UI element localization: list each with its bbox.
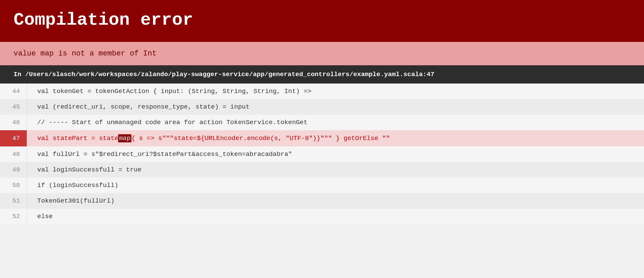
- code-line-47: 47 val statePart = state map { s => s"""…: [0, 130, 644, 146]
- code-line-50: 50 if (loginSuccessfull): [0, 178, 644, 193]
- line-content: if (loginSuccessfull): [27, 178, 644, 193]
- code-line-44: 44 val tokenGet = tokenGetAction { input…: [0, 84, 644, 99]
- error-message-bar: value map is not a member of Int: [0, 42, 644, 65]
- line-content: val tokenGet = tokenGetAction { input: (…: [27, 84, 644, 99]
- code-line-45: 45 val (redirect_uri, scope, response_ty…: [0, 99, 644, 115]
- code-line-49: 49 val loginSuccessfull = true: [0, 162, 644, 178]
- line-number: 52: [0, 209, 27, 224]
- code-line-48: 48 val fullUrl = s"$redirect_uri?$stateP…: [0, 146, 644, 162]
- error-header: Compilation error: [0, 0, 644, 42]
- line-content: // ----- Start of unmanaged code area fo…: [27, 115, 644, 130]
- error-message-text: value map is not a member of Int: [14, 49, 156, 58]
- line-number: 45: [0, 99, 27, 115]
- code-line-46: 46 // ----- Start of unmanaged code area…: [0, 115, 644, 130]
- line-number: 48: [0, 146, 27, 162]
- code-block: 44 val tokenGet = tokenGetAction { input…: [0, 84, 644, 224]
- line-content: val fullUrl = s"$redirect_uri?$statePart…: [27, 146, 644, 162]
- code-line-51: 51 TokenGet301(fullUrl): [0, 193, 644, 209]
- line-number: 46: [0, 115, 27, 130]
- line-number: 50: [0, 178, 27, 193]
- line-content: val (redirect_uri, scope, response_type,…: [27, 99, 644, 115]
- line-content: TokenGet301(fullUrl): [27, 193, 644, 209]
- line-content: val loginSuccessfull = true: [27, 162, 644, 178]
- line-content: else: [27, 209, 644, 224]
- error-keyword: map: [118, 134, 131, 142]
- compilation-error-page: Compilation error value map is not a mem…: [0, 0, 644, 224]
- line-number: 44: [0, 84, 27, 99]
- line-number: 47: [0, 130, 27, 146]
- line-content: val statePart = state map { s => s"""sta…: [27, 130, 644, 146]
- page-title: Compilation error: [14, 10, 630, 30]
- code-line-52: 52 else: [0, 209, 644, 224]
- line-number: 51: [0, 193, 27, 209]
- file-location-text: In /Users/slasch/work/workspaces/zalando…: [14, 71, 434, 78]
- file-location-bar: In /Users/slasch/work/workspaces/zalando…: [0, 65, 644, 84]
- line-number: 49: [0, 162, 27, 178]
